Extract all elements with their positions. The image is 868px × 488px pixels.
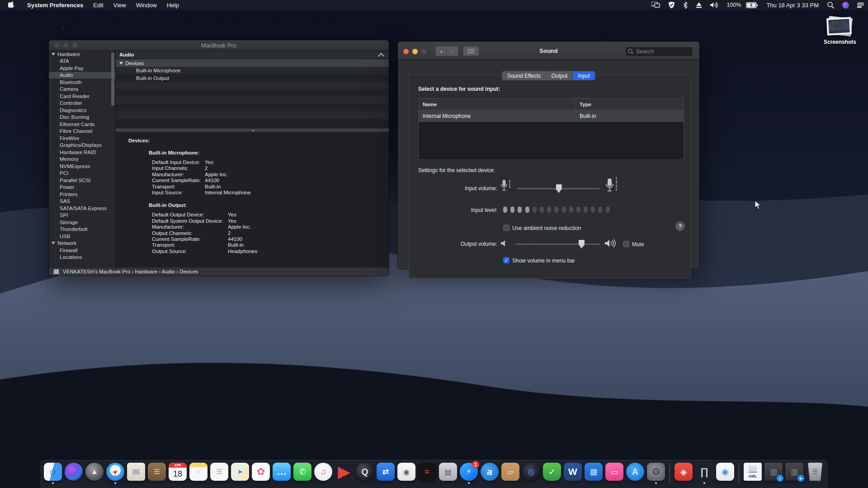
sidebar-item-usb[interactable]: USB	[49, 233, 115, 240]
dock-item-launchpad[interactable]: ▲	[85, 463, 104, 483]
dock-item-pink-display-app[interactable]: ▭	[605, 463, 623, 483]
dock-item-notes[interactable]: ≡	[189, 463, 208, 483]
dock-item-blue-tiles-app[interactable]: ▦	[585, 463, 603, 483]
dock-item-photos[interactable]: ✿	[252, 463, 270, 483]
desktop-icon-screenshots[interactable]: Screenshots	[824, 16, 855, 45]
sidebar-item-card-reader[interactable]: Card Reader	[49, 93, 115, 100]
dock-item-preview[interactable]: ◉	[716, 463, 734, 483]
dock-item-screenshot-tool[interactable]: ◉	[397, 463, 415, 483]
tree-root-devices[interactable]: Devices	[116, 59, 389, 67]
sidebar-scrollbar[interactable]	[111, 52, 114, 106]
dock-item-maps[interactable]: ➤	[231, 463, 249, 483]
sidebar-item-ethernet-cards[interactable]: Ethernet Cards	[49, 121, 115, 128]
dock-item-boom3d[interactable]: ◎	[522, 463, 540, 483]
volume-icon[interactable]	[706, 0, 722, 10]
sidebar-item-apple-pay[interactable]: Apple Pay	[49, 65, 115, 72]
dock-item-facetime[interactable]: ✆	[293, 463, 311, 483]
sidebar-item-power[interactable]: Power	[49, 184, 115, 191]
dock-item-hardware-tool[interactable]: ∏	[695, 463, 713, 483]
tree-item-built-in-microphone[interactable]: Built-in Microphone	[116, 67, 389, 74]
output-volume-slider-track[interactable]	[515, 244, 600, 245]
sidebar-item-firewire[interactable]: FireWire	[49, 135, 115, 142]
breadcrumb[interactable]: VENKATESH’s MacBook Pro › Hardware › Aud…	[63, 269, 198, 274]
mute-checkbox[interactable]	[623, 241, 629, 247]
dock-item-contacts[interactable]: ☰	[148, 463, 166, 483]
dock-item-minimized-window-messenger[interactable]: ▥⚡	[764, 463, 783, 483]
show-volume-checkbox[interactable]: ✓	[503, 257, 509, 263]
tab-sound-effects[interactable]: Sound Effects	[502, 71, 547, 80]
sidebar-item-diagnostics[interactable]: Diagnostics	[49, 107, 115, 114]
sidebar-item-camera[interactable]: Camera	[49, 86, 115, 93]
sidebar-item-ata[interactable]: ATA	[49, 58, 115, 65]
sidebar-item-bluetooth[interactable]: Bluetooth	[49, 79, 115, 86]
dock-item-word[interactable]: W	[564, 463, 582, 483]
sidebar-item-network[interactable]: Network	[49, 240, 115, 247]
sidebar-item-nvmexpress[interactable]: NVMExpress	[49, 163, 115, 170]
column-header-name[interactable]: Name	[419, 99, 576, 110]
dock-item-minimized-window-safari[interactable]: ▥➤	[785, 463, 803, 483]
eject-icon[interactable]	[692, 0, 706, 10]
menu-help[interactable]: Help	[162, 2, 184, 9]
sidebar-item-sas[interactable]: SAS	[49, 198, 115, 205]
display-mirroring-icon[interactable]	[647, 0, 664, 10]
sidebar-item-firewall[interactable]: Firewall	[49, 247, 115, 254]
sidebar-item-audio[interactable]: Audio	[49, 72, 115, 79]
notification-list-icon[interactable]	[853, 0, 868, 10]
sidebar-item-hardware[interactable]: Hardware	[49, 51, 115, 58]
dock-item-anytrans[interactable]: a	[481, 463, 499, 483]
dock-item-antivirus[interactable]: ✓	[543, 463, 561, 483]
sidebar-item-printers[interactable]: Printers	[49, 191, 115, 198]
dock-item-downloads-folder[interactable]: ▱	[501, 463, 519, 483]
dock-item-siri[interactable]	[65, 463, 83, 483]
apple-menu[interactable]	[8, 1, 14, 9]
dock-item-finder[interactable]: ☺	[44, 463, 62, 483]
sidebar-item-hardware-raid[interactable]: Hardware RAID	[49, 149, 115, 156]
sidebar-item-locations[interactable]: Locations	[49, 254, 115, 261]
table-row-internal-microphone[interactable]: Internal MicrophoneBuilt-in	[419, 110, 684, 122]
sidebar-item-controller[interactable]: Controller	[49, 100, 115, 107]
dock-item-audio-recorder[interactable]: ≈	[418, 463, 436, 483]
menu-bar-clock[interactable]: Thu 18 Apr 3 33 PM	[762, 0, 823, 10]
collapse-chevron-icon[interactable]	[378, 53, 384, 59]
sidebar-item-graphics-displays[interactable]: Graphics/Displays	[49, 142, 115, 149]
sidebar-item-disc-burning[interactable]: Disc Burning	[49, 114, 115, 121]
dock-item-image-capture[interactable]: ▤	[439, 463, 457, 483]
dock-item-media-player[interactable]: ▶	[335, 463, 353, 483]
search-input[interactable]	[635, 48, 687, 55]
sidebar-item-sata-sata-express[interactable]: SATA/SATA Express	[49, 205, 115, 212]
disclosure-triangle-icon[interactable]	[119, 62, 123, 65]
dock-item-teamviewer[interactable]: ⇄	[377, 463, 395, 483]
dock-item-system-preferences[interactable]: ⚙	[647, 463, 665, 483]
tab-output[interactable]: Output	[546, 71, 573, 80]
spotlight-icon[interactable]	[823, 0, 838, 10]
sidebar-item-thunderbolt[interactable]: Thunderbolt	[49, 226, 115, 233]
menu-view[interactable]: View	[108, 2, 131, 9]
siri-icon[interactable]	[838, 0, 853, 10]
dock-item-reminders[interactable]: ☰	[210, 463, 228, 483]
bluetooth-icon[interactable]	[679, 0, 692, 10]
disclosure-triangle-icon[interactable]	[52, 53, 55, 56]
sidebar-item-parallel-scsi[interactable]: Parallel SCSI	[49, 177, 115, 184]
sidebar-item-memory[interactable]: Memory	[49, 156, 115, 163]
shield-check-icon[interactable]	[664, 0, 679, 10]
menu-system-preferences[interactable]: System Preferences	[22, 2, 88, 9]
dock-item-safari[interactable]: ➤	[106, 463, 124, 483]
tree-item-built-in-output[interactable]: Built-in Output	[116, 74, 389, 81]
disclosure-triangle-icon[interactable]	[52, 242, 55, 244]
ambient-noise-checkbox[interactable]	[503, 225, 509, 231]
menu-window[interactable]: Window	[131, 2, 162, 9]
column-header-type[interactable]: Type	[576, 102, 591, 107]
dock-item-messages[interactable]: …	[273, 463, 291, 483]
dock-item-aml-file[interactable]: AML	[744, 463, 762, 483]
sysinfo-titlebar[interactable]: MacBook Pro	[49, 40, 389, 51]
dock-item-quicktime[interactable]: Q	[356, 463, 374, 483]
sidebar-item-fibre-channel[interactable]: Fibre Channel	[49, 128, 115, 135]
dock-item-app-store[interactable]: A	[626, 463, 644, 483]
sidebar-item-storage[interactable]: Storage	[49, 219, 115, 226]
help-button[interactable]: ?	[675, 221, 685, 231]
dock-item-red-diamond-app[interactable]: ◈	[675, 463, 693, 483]
search-field[interactable]	[625, 47, 693, 56]
dock-item-calendar[interactable]: APR18	[169, 463, 187, 483]
input-device-table[interactable]: NameType Internal MicrophoneBuilt-in	[418, 98, 684, 160]
dock-item-trash[interactable]: ☰	[806, 463, 824, 483]
